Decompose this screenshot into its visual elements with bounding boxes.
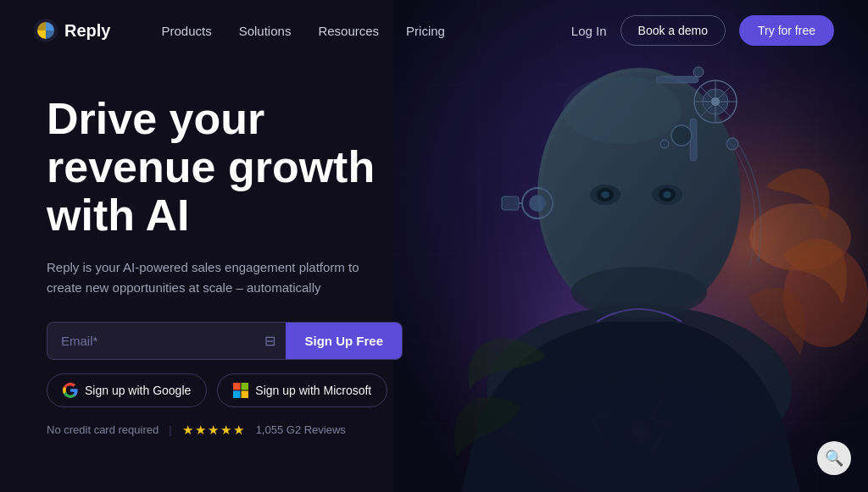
star-rating: ★★★★★ [182,423,246,438]
google-signup-label: Sign up with Google [85,384,191,397]
divider: | [169,423,171,436]
navbar: Reply Products Solutions Resources Prici… [0,0,868,61]
magnifier-icon: 🔍 [825,449,843,467]
svg-rect-50 [242,383,249,390]
signup-free-button[interactable]: Sign Up Free [286,323,402,359]
social-signup-row: Sign up with Google Sign up with Microso… [47,373,424,407]
social-proof: No credit card required | ★★★★★ 1,055 G2… [47,423,424,438]
svg-rect-49 [233,383,241,390]
google-icon [63,383,78,398]
nav-products[interactable]: Products [161,24,211,38]
reviews-count: 1,055 G2 Reviews [256,423,346,436]
hero-subtitle: Reply is your AI-powered sales engagemen… [47,257,386,298]
microsoft-signup-button[interactable]: Sign up with Microsoft [217,373,387,407]
logo-text: Reply [64,21,110,41]
svg-rect-52 [242,390,249,398]
email-icon: ⊟ [254,333,286,349]
svg-rect-51 [233,390,241,398]
logo-area[interactable]: Reply [34,19,110,42]
no-credit-text: No credit card required [47,423,159,436]
google-signup-button[interactable]: Sign up with Google [47,373,207,407]
nav-pricing[interactable]: Pricing [406,24,445,38]
nav-actions: Log In Book a demo Try for free [571,15,834,46]
magnifier-button[interactable]: 🔍 [817,441,851,475]
hero-background [393,0,868,492]
svg-point-32 [693,67,704,77]
svg-rect-19 [502,196,519,210]
try-free-button[interactable]: Try for free [739,15,834,46]
book-demo-button[interactable]: Book a demo [620,15,726,46]
email-input[interactable] [47,323,254,359]
nav-solutions[interactable]: Solutions [239,24,292,38]
email-form-row: ⊟ Sign Up Free [47,322,403,360]
microsoft-icon [233,383,248,398]
hero-title: Drive your revenue growth with AI [47,95,424,240]
logo-icon [34,19,58,42]
page-wrapper: Reply Products Solutions Resources Prici… [0,0,868,492]
hero-content: Drive your revenue growth with AI Reply … [0,61,458,438]
nav-resources[interactable]: Resources [318,24,379,38]
svg-point-47 [563,76,682,144]
microsoft-signup-label: Sign up with Microsoft [255,384,371,397]
nav-login[interactable]: Log In [571,24,607,38]
nav-links: Products Solutions Resources Pricing [161,24,570,38]
